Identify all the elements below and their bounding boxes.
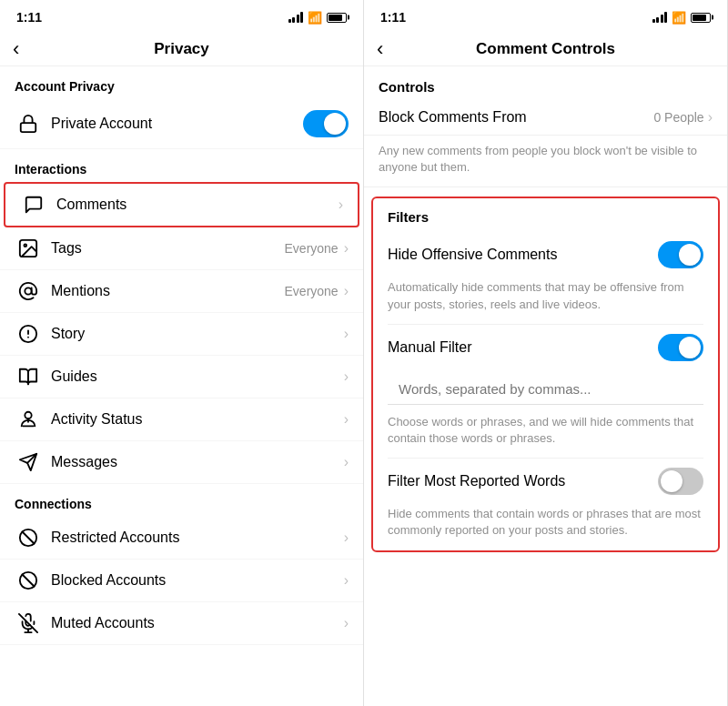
comment-controls-title: Comment Controls [476,40,615,58]
blocked-chevron: › [344,573,349,588]
status-icons-right: 📶 [652,11,712,25]
blocked-icon [15,570,42,590]
filter-most-reported-description: Hide comments that contain words or phra… [373,504,718,550]
connections-label: Connections [0,484,363,517]
mentions-item[interactable]: Mentions Everyone › [0,270,363,313]
hide-offensive-toggle[interactable] [658,241,703,268]
manual-filter-title: Manual Filter [388,339,658,356]
privacy-title: Privacy [154,40,209,58]
comments-item[interactable]: Comments › [4,182,359,227]
activity-status-item[interactable]: Activity Status › [0,398,363,441]
tags-value: Everyone [285,241,339,256]
story-chevron: › [344,327,349,341]
private-account-toggle[interactable] [303,110,349,137]
status-bar-left: 1:11 📶 [0,0,363,33]
right-panel: 1:11 📶 ‹ Comment Controls Controls Block… [364,0,728,706]
tag-icon [15,238,42,258]
block-comments-row[interactable]: Block Comments From 0 People › [364,100,727,136]
filter-most-reported-row: Filter Most Reported Words [373,459,718,504]
filters-box: Filters Hide Offensive Comments Automati… [371,197,720,551]
mention-icon [15,281,42,301]
guides-item[interactable]: Guides › [0,356,363,398]
activity-chevron: › [344,412,349,427]
hide-offensive-description: Automatically hide comments that may be … [373,277,718,323]
manual-filter-input[interactable] [388,374,703,405]
story-icon [15,324,42,344]
time-left: 1:11 [16,10,42,25]
battery-icon [327,13,347,23]
muted-accounts-item[interactable]: Muted Accounts › [0,602,363,645]
story-label: Story [51,326,344,342]
comment-icon [20,195,47,215]
block-comments-description: Any new comments from people you block w… [364,136,727,187]
left-panel: 1:11 📶 ‹ Privacy Account Privacy [0,0,364,706]
block-comments-chevron: › [708,110,713,125]
back-button-right[interactable]: ‹ [377,39,383,59]
tags-chevron: › [344,241,349,256]
messages-chevron: › [344,455,349,469]
guides-icon [15,367,42,387]
messages-label: Messages [51,454,344,470]
muted-chevron: › [344,616,349,630]
hide-offensive-title: Hide Offensive Comments [388,247,658,263]
story-item[interactable]: Story › [0,313,363,356]
wifi-icon-right: 📶 [672,11,686,25]
account-privacy-label: Account Privacy [0,66,363,99]
interactions-label: Interactions [0,149,363,182]
muted-icon [15,613,42,633]
status-icons-left: 📶 [288,11,348,25]
hide-offensive-row: Hide Offensive Comments [373,232,718,277]
controls-label: Controls [364,66,727,100]
activity-icon [15,409,42,429]
signal-icon-right [652,12,668,23]
manual-filter-description: Choose words or phrases, and we will hid… [373,412,718,458]
mentions-value: Everyone [285,284,339,298]
svg-point-3 [25,287,31,294]
signal-icon [288,12,304,23]
filters-label: Filters [373,198,718,232]
privacy-nav-header: ‹ Privacy [0,33,363,66]
manual-filter-toggle[interactable] [658,334,703,361]
back-button-left[interactable]: ‹ [13,39,19,59]
svg-rect-0 [21,123,36,132]
blocked-accounts-label: Blocked Accounts [51,572,344,589]
restricted-accounts-label: Restricted Accounts [51,530,344,546]
filter-most-reported-toggle[interactable] [658,468,703,495]
battery-icon-right [691,13,711,23]
tags-label: Tags [51,240,285,257]
block-comments-title: Block Comments From [379,109,653,126]
messages-item[interactable]: Messages › [0,441,363,484]
wifi-icon: 📶 [308,11,322,25]
restricted-chevron: › [344,530,349,545]
private-account-item[interactable]: Private Account [0,99,363,149]
tags-item[interactable]: Tags Everyone › [0,227,363,270]
messages-icon [15,452,42,472]
block-comments-value: 0 People [653,110,703,125]
mentions-label: Mentions [51,283,285,299]
activity-status-label: Activity Status [51,411,344,428]
mentions-chevron: › [344,284,349,298]
private-account-label: Private Account [51,116,303,132]
privacy-content: Account Privacy Private Account Interact… [0,66,363,706]
comment-controls-nav-header: ‹ Comment Controls [364,33,727,66]
time-right: 1:11 [380,10,406,25]
comments-label: Comments [56,197,339,213]
status-bar-right: 1:11 📶 [364,0,727,33]
svg-line-12 [23,532,35,544]
svg-point-7 [25,412,31,419]
manual-filter-row: Manual Filter [373,325,718,370]
blocked-accounts-item[interactable]: Blocked Accounts › [0,560,363,602]
svg-point-2 [24,244,26,247]
guides-chevron: › [344,369,349,384]
restricted-icon [15,528,42,548]
filter-most-reported-title: Filter Most Reported Words [388,473,658,489]
comments-chevron: › [339,197,343,212]
guides-label: Guides [51,368,344,385]
svg-line-14 [23,575,35,587]
lock-icon [15,114,42,134]
muted-accounts-label: Muted Accounts [51,615,344,631]
restricted-accounts-item[interactable]: Restricted Accounts › [0,517,363,560]
comment-controls-content: Controls Block Comments From 0 People › … [364,66,727,706]
